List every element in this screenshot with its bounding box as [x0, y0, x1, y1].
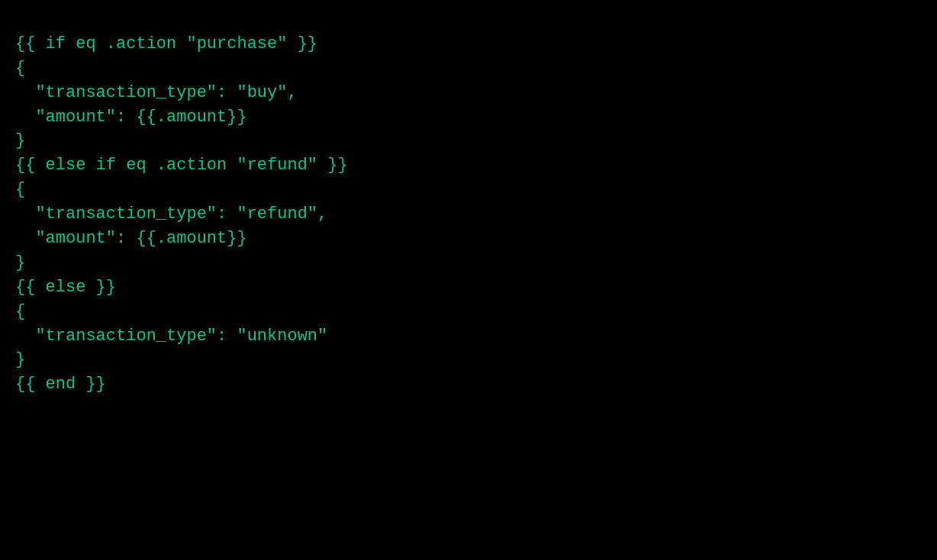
code-line: } — [15, 251, 922, 275]
code-line: "transaction_type": "buy", — [15, 81, 922, 105]
code-line: "transaction_type": "unknown" — [15, 324, 922, 349]
code-line: { — [15, 178, 922, 202]
code-line: "amount": {{.amount}} — [15, 105, 922, 130]
code-line: {{ if eq .action "purchase" }} — [15, 32, 922, 56]
code-line: {{ else }} — [15, 275, 922, 300]
code-line: "amount": {{.amount}} — [15, 227, 922, 251]
code-editor: {{ if eq .action "purchase" }}{ "transac… — [15, 8, 922, 421]
code-line: {{ else if eq .action "refund" }} — [15, 153, 922, 178]
code-line: { — [15, 56, 922, 81]
code-line: {{ end }} — [15, 372, 922, 397]
code-line — [15, 397, 922, 421]
code-line: { — [15, 300, 922, 324]
code-line: } — [15, 348, 922, 372]
code-line: } — [15, 129, 922, 153]
code-line: "transaction_type": "refund", — [15, 202, 922, 227]
